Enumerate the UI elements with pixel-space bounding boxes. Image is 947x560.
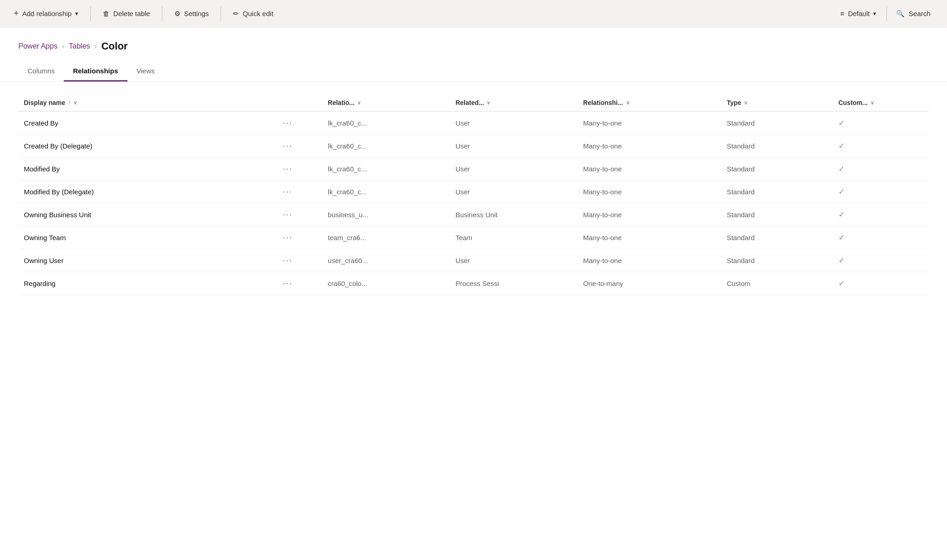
delete-table-label: Delete table — [113, 10, 150, 17]
table-row: Owning Business Unit ··· business_u... B… — [18, 203, 929, 226]
cell-related: Process Sessi — [450, 272, 577, 295]
cell-more-options[interactable]: ··· — [274, 203, 322, 226]
cell-custom: ✓ — [833, 272, 929, 295]
cell-display-name: Modified By — [18, 158, 274, 181]
checkmark-icon: ✓ — [838, 233, 845, 242]
cell-relationship: lk_cra60_c... — [322, 111, 450, 135]
delete-table-button[interactable]: 🗑 Delete table — [96, 6, 156, 21]
table-row: Modified By (Delegate) ··· lk_cra60_c...… — [18, 181, 929, 203]
cell-type: Standard — [721, 135, 833, 158]
tab-columns[interactable]: Columns — [18, 61, 64, 82]
cell-display-name: Owning Business Unit — [18, 203, 274, 226]
checkmark-icon: ✓ — [838, 187, 845, 196]
cell-more-options[interactable]: ··· — [274, 111, 322, 135]
table-header-row: Display name ↑ ∨ Relatio... ∨ Related... — [18, 94, 929, 111]
quick-edit-label: Quick edit — [243, 10, 273, 17]
table-row: Owning User ··· user_cra60... User Many-… — [18, 249, 929, 272]
cell-relationship: team_cra6... — [322, 226, 450, 249]
cell-relationship-type: One-to-many — [578, 272, 721, 295]
toolbar-right: ≡ Default ▾ 🔍 Search — [834, 6, 940, 22]
col-related-label: Related... — [455, 99, 484, 106]
col-customizable-label: Custom... — [838, 99, 868, 106]
table-row: Modified By ··· lk_cra60_c... User Many-… — [18, 158, 929, 181]
settings-button[interactable]: ⚙ Settings — [168, 6, 215, 22]
cell-type: Custom — [721, 272, 833, 295]
plus-icon: + — [14, 9, 19, 18]
col-type: Type ∨ — [721, 94, 833, 111]
cell-display-name: Owning Team — [18, 226, 274, 249]
cell-more-options[interactable]: ··· — [274, 135, 322, 158]
cell-relationship-type: Many-to-one — [578, 135, 721, 158]
tab-views[interactable]: Views — [127, 61, 164, 82]
settings-icon: ⚙ — [174, 10, 180, 18]
col-display-name: Display name ↑ ∨ — [18, 94, 274, 111]
cell-related: User — [450, 111, 577, 135]
cell-relationship-type: Many-to-one — [578, 181, 721, 203]
filter-display-icon[interactable]: ∨ — [73, 100, 77, 106]
cell-display-name: Modified By (Delegate) — [18, 181, 274, 203]
add-relationship-button[interactable]: + Add relationship ▾ — [7, 5, 85, 22]
cell-type: Standard — [721, 226, 833, 249]
table-row: Owning Team ··· team_cra6... Team Many-t… — [18, 226, 929, 249]
cell-relationship: lk_cra60_c... — [322, 181, 450, 203]
relationships-table: Display name ↑ ∨ Relatio... ∨ Related... — [18, 94, 929, 295]
cell-relationship: business_u... — [322, 203, 450, 226]
more-options-icon[interactable]: ··· — [279, 164, 296, 173]
cell-custom: ✓ — [833, 135, 929, 158]
sort-asc-icon[interactable]: ↑ — [68, 99, 71, 106]
filter-relationship-icon[interactable]: ∨ — [357, 100, 361, 106]
filter-custom-icon[interactable]: ∨ — [870, 100, 874, 106]
more-options-icon[interactable]: ··· — [279, 210, 296, 219]
cell-custom: ✓ — [833, 226, 929, 249]
col-relationship-label: Relatio... — [328, 99, 354, 106]
table-area: Display name ↑ ∨ Relatio... ∨ Related... — [0, 82, 947, 295]
col-relationship-type: Relationshi... ∨ — [578, 94, 721, 111]
breadcrumb-tables[interactable]: Tables — [69, 42, 90, 50]
filter-type-icon[interactable]: ∨ — [744, 100, 748, 106]
cell-relationship-type: Many-to-one — [578, 203, 721, 226]
cell-relationship-type: Many-to-one — [578, 249, 721, 272]
more-options-icon[interactable]: ··· — [279, 256, 296, 265]
cell-relationship: lk_cra60_c... — [322, 135, 450, 158]
more-options-icon[interactable]: ··· — [279, 141, 296, 150]
search-button[interactable]: 🔍 Search — [886, 6, 940, 22]
cell-type: Standard — [721, 158, 833, 181]
cell-related: User — [450, 181, 577, 203]
checkmark-icon: ✓ — [838, 142, 845, 150]
cell-more-options[interactable]: ··· — [274, 158, 322, 181]
more-options-icon[interactable]: ··· — [279, 233, 296, 242]
cell-related: User — [450, 158, 577, 181]
filter-reltype-icon[interactable]: ∨ — [626, 100, 630, 106]
cell-related: Team — [450, 226, 577, 249]
cell-type: Standard — [721, 203, 833, 226]
more-options-icon[interactable]: ··· — [279, 187, 296, 196]
settings-label: Settings — [184, 10, 209, 17]
table-row: Created By (Delegate) ··· lk_cra60_c... … — [18, 135, 929, 158]
cell-more-options[interactable]: ··· — [274, 181, 322, 203]
breadcrumb-power-apps[interactable]: Power Apps — [18, 42, 57, 50]
cell-more-options[interactable]: ··· — [274, 249, 322, 272]
cell-display-name: Regarding — [18, 272, 274, 295]
breadcrumb-sep-1: › — [62, 43, 64, 50]
quick-edit-button[interactable]: ✏ Quick edit — [227, 6, 280, 22]
search-label: Search — [908, 10, 930, 17]
table-row: Created By ··· lk_cra60_c... User Many-t… — [18, 111, 929, 135]
cell-display-name: Owning User — [18, 249, 274, 272]
cell-display-name: Created By (Delegate) — [18, 135, 274, 158]
default-label: Default — [848, 10, 870, 17]
more-options-icon[interactable]: ··· — [279, 118, 296, 127]
cell-more-options[interactable]: ··· — [274, 272, 322, 295]
pencil-icon: ✏ — [233, 10, 239, 18]
more-options-icon[interactable]: ··· — [279, 279, 296, 288]
tab-relationships[interactable]: Relationships — [64, 61, 127, 82]
default-button[interactable]: ≡ Default ▾ — [834, 6, 883, 21]
cell-custom: ✓ — [833, 158, 929, 181]
search-icon: 🔍 — [896, 10, 905, 18]
add-relationship-label: Add relationship — [22, 10, 72, 17]
filter-related-icon[interactable]: ∨ — [487, 100, 490, 106]
col-display-name-label: Display name — [24, 99, 65, 106]
cell-more-options[interactable]: ··· — [274, 226, 322, 249]
col-customizable: Custom... ∨ — [833, 94, 929, 111]
col-relationship-type-label: Relationshi... — [583, 99, 623, 106]
col-related: Related... ∨ — [450, 94, 577, 111]
